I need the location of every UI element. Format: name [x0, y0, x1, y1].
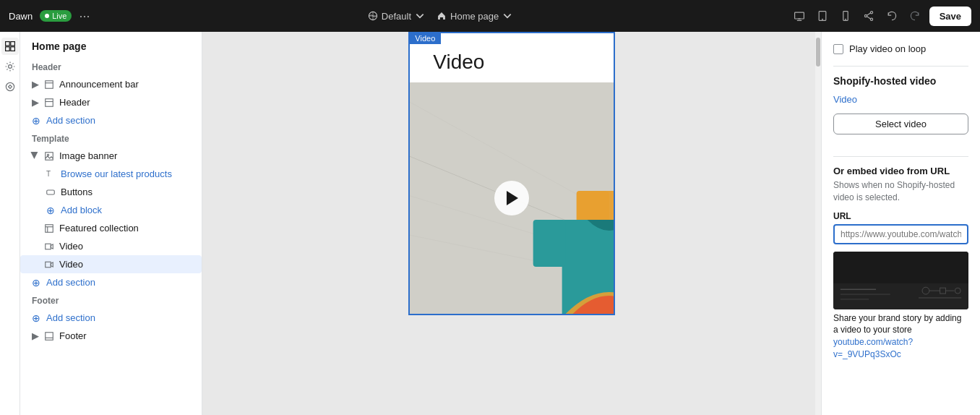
- live-dot: [45, 14, 49, 18]
- plus-block-icon: ⊕: [46, 205, 56, 215]
- svg-point-19: [8, 65, 12, 69]
- header-item[interactable]: ▶ Header: [20, 93, 202, 111]
- header-icon: [45, 98, 55, 108]
- play-loop-checkbox[interactable]: [833, 44, 843, 54]
- cta-link[interactable]: youtube.com/watch?v=_9VUPq3SxOc: [833, 337, 913, 359]
- topbar-center: Default Home page: [368, 11, 512, 22]
- topbar: Dawn Live ··· Default Home page: [0, 0, 980, 32]
- desktop-view-button[interactable]: [791, 7, 808, 25]
- video-thumbnail: [833, 252, 968, 309]
- svg-rect-32: [46, 262, 51, 268]
- share-button[interactable]: [860, 7, 877, 25]
- expand-icon-down: ▶: [32, 152, 40, 161]
- home-page-selector[interactable]: Home page: [437, 11, 512, 22]
- svg-line-14: [867, 17, 870, 19]
- svg-rect-25: [46, 152, 53, 160]
- image-icon: [45, 151, 55, 161]
- video1-label: Video: [59, 241, 83, 252]
- plus-footer-icon: ⊕: [32, 313, 42, 323]
- play-button[interactable]: [494, 181, 529, 215]
- save-button[interactable]: Save: [929, 7, 971, 26]
- plus-section-icon: ⊕: [32, 278, 42, 288]
- video1-icon: [45, 241, 55, 252]
- svg-rect-15: [5, 42, 9, 46]
- header-group-label: Header: [20, 58, 202, 75]
- add-section-template[interactable]: ⊕ Add section: [20, 273, 202, 291]
- add-section-footer[interactable]: ⊕ Add section: [20, 309, 202, 327]
- default-label: Default: [382, 11, 411, 22]
- announcement-bar-item[interactable]: ▶ Announcement bar: [20, 75, 202, 93]
- mobile-view-button[interactable]: [837, 7, 854, 25]
- home-page-label: Home page: [450, 11, 499, 22]
- expand-icon: ▶: [32, 80, 40, 89]
- svg-point-11: [864, 14, 867, 17]
- expand-icon: ▶: [32, 332, 40, 341]
- video-link[interactable]: Video: [833, 94, 968, 105]
- settings-icon[interactable]: [1, 58, 19, 75]
- apps-icon[interactable]: [1, 78, 19, 95]
- live-badge: Live: [40, 10, 72, 22]
- image-banner-item[interactable]: ▶ Image banner: [20, 147, 202, 165]
- svg-point-10: [870, 12, 872, 14]
- svg-rect-17: [5, 47, 9, 51]
- play-loop-label: Play video on loop: [849, 43, 926, 54]
- divider1: [833, 66, 968, 67]
- undo-button[interactable]: [883, 7, 901, 25]
- cta-text: Share your brand story by adding a video…: [833, 312, 968, 361]
- more-options-button[interactable]: ···: [79, 9, 90, 24]
- video2-icon: [45, 260, 55, 270]
- footer-label: Footer: [59, 330, 87, 341]
- collection-icon: [45, 223, 55, 234]
- featured-collection-item[interactable]: ▶ Featured collection: [20, 219, 202, 237]
- video-preview: [410, 82, 613, 314]
- footer-group-label: Footer: [20, 291, 202, 309]
- add-block-item[interactable]: ⊕ Add block: [20, 201, 202, 219]
- default-selector[interactable]: Default: [368, 11, 425, 22]
- video2-label: Video: [59, 259, 83, 270]
- add-section-header-label: Add section: [46, 115, 95, 126]
- topbar-right: Save: [791, 7, 971, 26]
- svg-rect-3: [794, 12, 804, 19]
- add-section-header[interactable]: ⊕ Add section: [20, 111, 202, 129]
- play-icon: [507, 191, 518, 205]
- layout-icon: [45, 80, 55, 90]
- url-label: URL: [833, 211, 968, 221]
- featured-collection-label: Featured collection: [59, 223, 139, 234]
- right-panel: Play video on loop Shopify-hosted video …: [821, 32, 980, 415]
- redo-button[interactable]: [906, 7, 924, 25]
- hosted-video-section: Shopify-hosted video Video Select video: [833, 75, 968, 145]
- svg-rect-23: [46, 98, 53, 106]
- tablet-view-button[interactable]: [814, 7, 831, 25]
- browse-products-label: Browse our latest products: [61, 168, 172, 179]
- buttons-item[interactable]: Buttons: [20, 183, 202, 201]
- video2-item[interactable]: ▶ Video: [20, 255, 202, 273]
- buttons-label: Buttons: [61, 187, 93, 197]
- browse-products-item[interactable]: T Browse our latest products: [20, 165, 202, 183]
- svg-rect-28: [46, 224, 53, 232]
- hosted-title: Shopify-hosted video: [833, 75, 968, 87]
- topbar-left: Dawn Live ···: [9, 9, 90, 24]
- svg-line-13: [867, 13, 870, 15]
- add-section2-label: Add section: [46, 277, 95, 288]
- svg-point-9: [845, 19, 846, 20]
- add-section3-label: Add section: [46, 312, 95, 323]
- svg-rect-56: [940, 288, 946, 294]
- select-video-button[interactable]: Select video: [833, 114, 968, 134]
- panel-title: Home page: [20, 32, 202, 58]
- svg-rect-33: [46, 332, 53, 340]
- svg-point-12: [870, 18, 872, 20]
- live-label: Live: [52, 12, 66, 20]
- sections-icon[interactable]: [1, 38, 19, 55]
- add-block-label: Add block: [61, 205, 102, 215]
- announcement-bar-label: Announcement bar: [59, 79, 139, 90]
- url-input[interactable]: [833, 224, 968, 244]
- embed-desc: Shows when no Shopify-hosted video is se…: [833, 179, 968, 204]
- expand-icon: ▶: [32, 98, 40, 107]
- embed-section: Or embed video from URL Shows when no Sh…: [833, 166, 968, 361]
- svg-rect-31: [46, 244, 51, 249]
- svg-point-7: [822, 19, 822, 20]
- svg-rect-27: [47, 190, 55, 194]
- footer-item[interactable]: ▶ Footer: [20, 327, 202, 345]
- video1-item[interactable]: ▶ Video: [20, 237, 202, 255]
- embed-title: Or embed video from URL: [833, 166, 968, 176]
